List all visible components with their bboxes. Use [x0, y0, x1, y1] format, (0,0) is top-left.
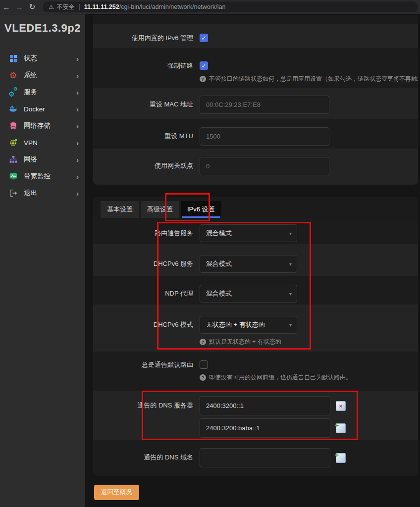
chevron-right-icon: › — [76, 71, 79, 80]
dhcpv6-mode-help: ? 默认是无状态的 + 有状态的 — [200, 338, 418, 346]
row-ndp-proxy: NDP 代理 混合模式▾ — [93, 276, 418, 304]
sidebar-item-network[interactable]: 网络 › — [0, 151, 85, 168]
chevron-right-icon: › — [76, 172, 79, 181]
row-gateway-metric: 使用网关跃点 — [93, 149, 418, 185]
sidebar-item-label: Docker — [24, 105, 76, 113]
sidebar-item-services[interactable]: ⚙⚙ 服务 › — [0, 84, 85, 101]
dhcpv6-service-select[interactable]: 混合模式▾ — [200, 255, 297, 273]
reload-icon[interactable]: ↻ — [26, 2, 39, 11]
sidebar-item-bandwidth[interactable]: 带宽监控 › — [0, 168, 85, 185]
default-route-checkbox[interactable] — [200, 360, 208, 369]
row-default-route: 总是通告默认路由 ? 即使没有可用的公网前缀，也仍通告自己为默认路由。 — [93, 352, 418, 391]
docker-whale-icon — [8, 104, 18, 113]
address-bar[interactable]: ⚠ 不安全 11.11.11.252 /cgi-bin/luci/admin/n… — [43, 1, 418, 12]
announced-dns-label: 通告的 DNS 服务器 — [93, 396, 193, 410]
sidebar-item-label: 系统 — [24, 71, 76, 80]
force-link-help: ? 不管接口的链路状态如何，总是用应用设置（如果勾选，链路状态变更将不再触发 h… — [200, 75, 418, 83]
sidebar-item-status[interactable]: 状态 › — [0, 50, 85, 67]
sidebar-nav: 状态 › ⚙ 系统 › ⚙⚙ 服务 › Docker › 网络存储 — [0, 50, 85, 202]
sidebar-item-label: 网络 — [24, 155, 76, 164]
logo[interactable]: VLEDE1.3.9p2 — [0, 22, 85, 35]
row-force-link: 强制链路 ✓ ? 不管接口的链路状态如何，总是用应用设置（如果勾选，链路状态变更… — [93, 48, 418, 88]
ndp-proxy-label: NDP 代理 — [93, 285, 193, 298]
row-dhcpv6-mode: DHCPv6 模式 无状态的 + 有状态的▾ ? 默认是无状态的 + 有状态的 — [93, 304, 418, 352]
status-grid-icon — [8, 54, 18, 63]
settings-tab-bar: 基本设置 高级设置 IPv6 设置 — [93, 197, 418, 219]
chevron-right-icon: › — [76, 122, 79, 130]
not-secure-label: 不安全 — [57, 3, 75, 11]
row-ra-service: 路由通告服务 混合模式▾ — [93, 219, 418, 244]
help-icon: ? — [200, 339, 206, 345]
chevron-down-icon: ▾ — [289, 261, 292, 267]
announced-domain-label: 通告的 DNS 域名 — [93, 448, 193, 462]
default-route-help: ? 即使没有可用的公网前缀，也仍通告自己为默认路由。 — [200, 373, 418, 382]
sidebar-item-vpn[interactable]: VPN › — [0, 134, 85, 151]
services-gears-icon: ⚙⚙ — [8, 88, 18, 97]
system-gear-icon: ⚙ — [8, 71, 18, 80]
url-host: 11.11.11.252 — [84, 3, 119, 10]
mtu-override-input[interactable] — [200, 127, 329, 146]
forward-icon: → — [13, 3, 26, 11]
sidebar-item-label: 退出 — [24, 189, 76, 198]
sidebar-item-logout[interactable]: 退出 › — [0, 185, 85, 202]
mtu-override-label: 重设 MTU — [93, 127, 193, 141]
back-icon[interactable]: ← — [0, 3, 13, 11]
sidebar-item-storage[interactable]: 网络存储 › — [0, 117, 85, 134]
row-mtu-override: 重设 MTU — [93, 119, 418, 149]
chevron-right-icon: › — [76, 54, 79, 63]
chevron-right-icon: › — [76, 155, 79, 164]
mac-override-label: 重设 MAC 地址 — [93, 96, 193, 109]
gateway-metric-label: 使用网关跃点 — [93, 157, 193, 170]
dhcpv6-mode-label: DHCPv6 模式 — [93, 316, 193, 329]
interface-general-section: 使用内置的 IPv6 管理 ✓ 强制链路 ✓ ? 不管接口的链路状态如何，总是用… — [93, 15, 418, 185]
row-dhcpv6-service: DHCPv6 服务 混合模式▾ — [93, 244, 418, 276]
address-divider — [79, 4, 80, 10]
mac-override-input[interactable] — [200, 96, 329, 114]
back-to-overview-button[interactable]: 返回至概况 — [94, 485, 139, 500]
ra-service-select[interactable]: 混合模式▾ — [200, 224, 297, 242]
force-link-checkbox[interactable]: ✓ — [200, 61, 208, 70]
sidebar-item-system[interactable]: ⚙ 系统 › — [0, 67, 85, 84]
active-tab-underline — [182, 216, 220, 218]
chevron-right-icon: › — [76, 139, 79, 147]
help-icon: ? — [200, 76, 206, 82]
row-announced-domain: 通告的 DNS 域名 + — [93, 440, 418, 476]
tab-basic-settings[interactable]: 基本设置 — [101, 201, 139, 218]
chevron-down-icon: ▾ — [289, 231, 292, 236]
row-ipv6-management: 使用内置的 IPv6 管理 ✓ — [93, 24, 418, 48]
dhcpv6-service-label: DHCPv6 服务 — [93, 255, 193, 268]
dns-domain-input[interactable] — [200, 448, 330, 467]
add-entry-icon[interactable]: + — [336, 423, 346, 433]
add-entry-icon[interactable]: + — [336, 453, 346, 463]
tab-advanced-settings[interactable]: 高级设置 — [141, 201, 179, 218]
chevron-right-icon: › — [76, 88, 79, 97]
force-link-label: 强制链路 — [93, 61, 193, 70]
interface-tabs-section: 基本设置 高级设置 IPv6 设置 路由通告服务 混合模式▾ DHCPv6 服务… — [93, 197, 418, 476]
remove-entry-icon[interactable]: × — [336, 401, 346, 411]
not-secure-warning-icon: ⚠ — [49, 3, 54, 10]
default-route-label: 总是通告默认路由 — [93, 360, 193, 369]
sidebar-item-label: 服务 — [24, 88, 76, 97]
ipv6-management-checkbox[interactable]: ✓ — [200, 34, 208, 42]
help-icon: ? — [200, 374, 206, 381]
vpn-globe-icon — [8, 138, 18, 147]
chevron-right-icon: › — [76, 105, 79, 113]
ra-service-label: 路由通告服务 — [93, 224, 193, 238]
dns-server-input-1[interactable] — [200, 396, 330, 415]
row-mac-override: 重设 MAC 地址 — [93, 88, 418, 119]
sidebar-item-docker[interactable]: Docker › — [0, 101, 85, 117]
dns-server-input-2[interactable] — [200, 418, 330, 438]
bandwidth-monitor-icon — [8, 172, 18, 181]
dhcpv6-mode-select[interactable]: 无状态的 + 有状态的▾ — [200, 316, 297, 334]
ipv6-management-label: 使用内置的 IPv6 管理 — [93, 34, 193, 43]
chevron-down-icon: ▾ — [289, 291, 292, 297]
gateway-metric-input[interactable] — [200, 157, 329, 175]
sidebar-item-label: 状态 — [24, 54, 76, 63]
row-announced-dns: 通告的 DNS 服务器 × + — [93, 391, 418, 440]
tab-ipv6-settings[interactable]: IPv6 设置 — [181, 201, 221, 218]
sidebar: VLEDE1.3.9p2 状态 › ⚙ 系统 › ⚙⚙ 服务 › Docker — [0, 14, 85, 507]
sidebar-item-label: 带宽监控 — [24, 172, 76, 181]
sidebar-item-label: 网络存储 — [24, 121, 76, 130]
browser-toolbar: ← → ↻ ⚠ 不安全 11.11.11.252 /cgi-bin/luci/a… — [0, 0, 420, 14]
ndp-proxy-select[interactable]: 混合模式▾ — [200, 285, 297, 303]
